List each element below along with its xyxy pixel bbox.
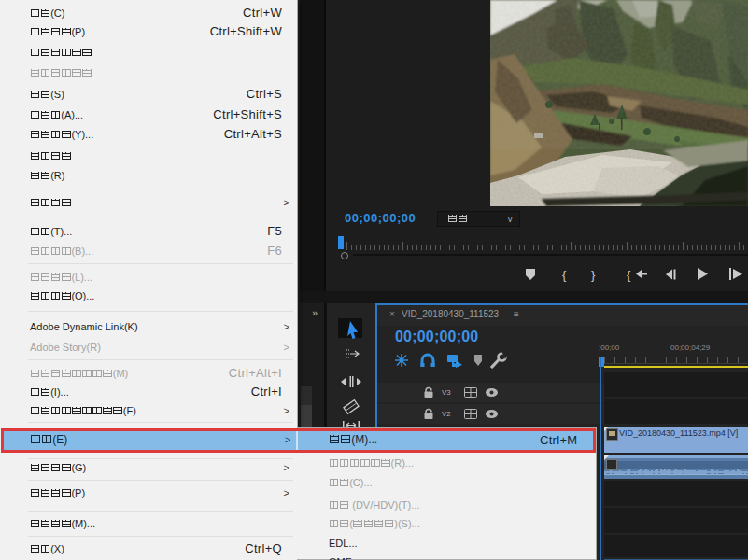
svg-text:}: } (591, 268, 596, 282)
svg-text:{: { (562, 268, 567, 282)
svg-text:{: { (627, 268, 631, 282)
